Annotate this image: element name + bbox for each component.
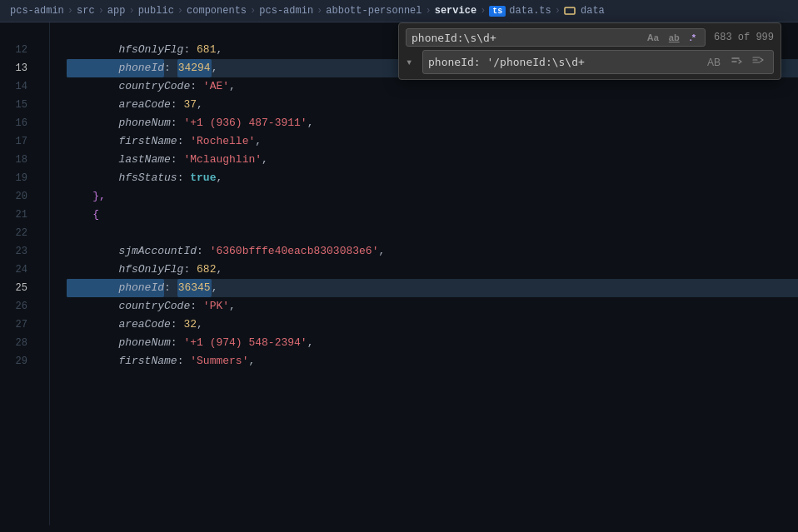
token-17-2: '+1 (974) 548-2394' [183,334,307,352]
editor-container: 121314151617181920212223242526272829 hfs… [0,22,798,525]
code-line-16: areaCode: 32, [67,316,798,334]
token-3-3: , [229,77,236,96]
token-12-3: , [378,242,385,261]
code-line-9: }, [67,187,798,206]
code-content: hfsOnlyFlg: 681, phoneId: 34294, country… [50,22,798,525]
crumb-pcs-admin[interactable]: pcs-admin [10,5,64,17]
line-number-17: 17 [0,132,36,151]
code-line-6: firstName: 'Rochelle', [67,132,798,151]
line-number-24: 24 [0,261,36,279]
token-18-3: , [248,352,255,370]
token-15-0: countryCode [67,297,190,316]
crumb-pcs-admin2[interactable]: pcs-admin [259,5,313,17]
line-number-21: 21 [0,206,36,224]
token-7-1: : [171,151,184,169]
line-number-16: 16 [0,114,36,132]
crumb-public[interactable]: public [138,5,174,17]
line-number-14: 14 [0,77,36,96]
token-13-0: hfsOnlyFlg [67,261,183,279]
lightbulb-icon[interactable]: 💡 [50,279,51,297]
replace-icons: AB [703,52,768,72]
crumb-data[interactable]: data [581,5,605,17]
token-4-3: , [197,96,203,114]
search-replace-widget: Aa ab .* 683 of 999 ▾ AB [398,22,781,80]
token-16-0: areaCode [67,316,171,334]
token-1-1: : [183,41,197,59]
line-number-0 [0,22,36,41]
replace-match-case-button[interactable]: AB [703,52,725,72]
replace-all-button[interactable] [748,52,768,72]
code-line-10: { [67,206,798,224]
token-14-2: 36345 [177,279,212,297]
match-case-button[interactable]: Aa [643,31,663,44]
token-6-0: firstName [67,132,177,151]
crumb-abbott[interactable]: abbott-personnel [326,5,421,17]
token-16-1: : [171,316,184,334]
crumb-data-ts[interactable]: data.ts [509,5,551,17]
code-line-12: sjmAccountId: '6360bfffe40eacb8303083e6'… [67,242,798,261]
token-5-3: , [307,114,314,132]
replace-input[interactable] [428,56,700,68]
match-whole-word-button[interactable]: ab [665,31,684,44]
token-7-3: , [262,151,268,169]
token-17-0: phoneNum [67,334,171,352]
token-15-3: , [229,297,236,316]
token-8-1: : [177,169,191,187]
use-regex-button[interactable]: .* [686,31,700,44]
token-2-3: , [212,59,218,77]
token-7-2: 'Mclaughlin' [183,151,262,169]
line-number-28: 28 [0,334,36,352]
crumb-components[interactable]: components [187,5,247,17]
code-line-3: countryCode: 'AE', [67,77,798,96]
replace-row: ▾ AB [406,50,774,74]
token-8-3: , [216,169,222,187]
line-number-19: 19 [0,169,36,187]
line-number-29: 29 [0,352,36,370]
token-12-1: : [197,242,210,261]
replace-toggle-icon[interactable]: ▾ [406,55,417,69]
token-14-0: phoneId [67,279,164,297]
token-18-0: firstName [67,352,177,370]
token-5-0: phoneNum [67,114,171,132]
token-10-0: { [67,206,99,224]
line-number-18: 18 [0,151,36,169]
line-number-13: 13 [0,59,36,77]
code-line-18: firstName: 'Summers', [67,352,798,370]
code-line-13: hfsOnlyFlg: 682, [67,261,798,279]
ts-badge: ts [489,6,506,17]
line-number-22: 22 [0,224,36,242]
token-4-2: 37 [183,96,197,114]
replace-one-button[interactable] [726,52,746,72]
find-input[interactable] [411,32,640,44]
token-1-0: hfsOnlyFlg [67,41,183,59]
token-17-1: : [171,334,184,352]
crumb-service[interactable]: service [435,5,476,17]
find-row: Aa ab .* 683 of 999 [406,28,774,47]
token-5-1: : [171,114,184,132]
crumb-src[interactable]: src [77,5,95,17]
token-17-3: , [307,334,314,352]
token-8-2: true [190,169,216,187]
token-6-2: 'Rochelle' [190,132,255,151]
token-13-1: : [183,261,197,279]
token-18-2: 'Summers' [190,352,248,370]
crumb-data-symbol [564,5,577,17]
token-15-2: 'PK' [203,297,229,316]
token-2-2: 34294 [177,59,212,77]
line-number-26: 26 [0,297,36,316]
token-3-2: 'AE' [203,77,229,96]
token-7-0: lastName [67,151,171,169]
token-4-1: : [171,96,184,114]
token-1-3: , [216,41,222,59]
replace-input-wrapper: AB [422,50,774,74]
token-9-0: }, [67,187,106,206]
token-14-1: : [164,279,177,297]
code-line-5: phoneNum: '+1 (936) 487-3911', [67,114,798,132]
crumb-app[interactable]: app [107,5,126,17]
find-options: Aa ab .* [643,31,700,44]
token-12-0: sjmAccountId [67,242,197,261]
token-12-2: '6360bfffe40eacb8303083e6' [210,242,379,261]
breadcrumb: pcs-admin › src › app › public › compone… [0,0,798,22]
token-1-2: 681 [197,41,216,59]
code-line-14: 💡 phoneId: 36345, [67,279,798,297]
